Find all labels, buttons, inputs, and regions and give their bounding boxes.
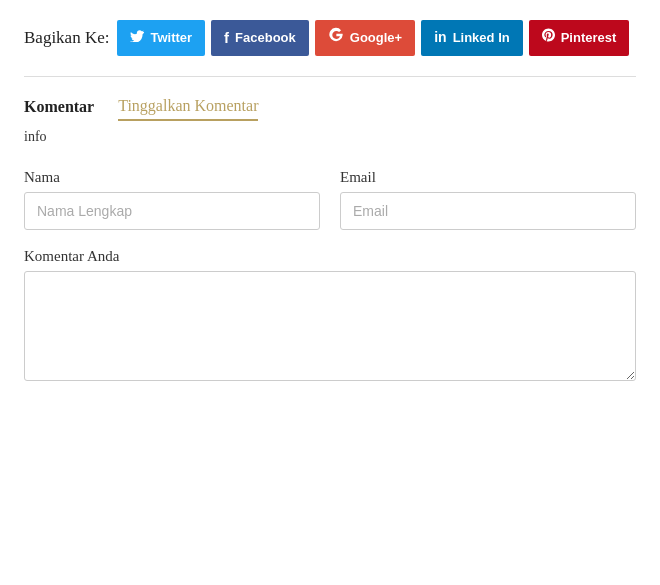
linkedin-label: Linked In bbox=[453, 29, 510, 47]
name-field-group: Nama bbox=[24, 169, 320, 230]
twitter-label: Twitter bbox=[150, 29, 192, 47]
tab-tinggalkan[interactable]: Tinggalkan Komentar bbox=[118, 97, 258, 121]
comment-tabs: Komentar Tinggalkan Komentar bbox=[24, 97, 636, 121]
facebook-share-button[interactable]: f Facebook bbox=[211, 20, 309, 56]
comment-label: Komentar Anda bbox=[24, 248, 636, 265]
email-field-group: Email bbox=[340, 169, 636, 230]
comment-textarea[interactable] bbox=[24, 271, 636, 381]
name-input[interactable] bbox=[24, 192, 320, 230]
name-label: Nama bbox=[24, 169, 320, 186]
name-email-row: Nama Email bbox=[24, 169, 636, 230]
comment-field-group: Komentar Anda bbox=[24, 248, 636, 381]
share-section: Bagikan Ke: Twitter f Facebook Google+ i… bbox=[24, 20, 636, 56]
facebook-label: Facebook bbox=[235, 29, 296, 47]
pinterest-icon bbox=[542, 28, 555, 48]
tab-komentar[interactable]: Komentar bbox=[24, 98, 94, 120]
googleplus-icon bbox=[328, 27, 344, 49]
pinterest-share-button[interactable]: Pinterest bbox=[529, 20, 630, 56]
linkedin-icon: in bbox=[434, 28, 446, 48]
pinterest-label: Pinterest bbox=[561, 29, 617, 47]
share-label: Bagikan Ke: bbox=[24, 20, 109, 56]
linkedin-share-button[interactable]: in Linked In bbox=[421, 20, 523, 56]
facebook-icon: f bbox=[224, 27, 229, 48]
share-buttons: Twitter f Facebook Google+ in Linked In bbox=[117, 20, 629, 56]
section-divider bbox=[24, 76, 636, 77]
googleplus-label: Google+ bbox=[350, 29, 402, 47]
googleplus-share-button[interactable]: Google+ bbox=[315, 20, 415, 56]
twitter-share-button[interactable]: Twitter bbox=[117, 20, 205, 56]
email-label: Email bbox=[340, 169, 636, 186]
comment-form: Nama Email Komentar Anda bbox=[24, 169, 636, 381]
twitter-icon bbox=[130, 28, 144, 48]
info-text: info bbox=[24, 129, 636, 145]
email-input[interactable] bbox=[340, 192, 636, 230]
